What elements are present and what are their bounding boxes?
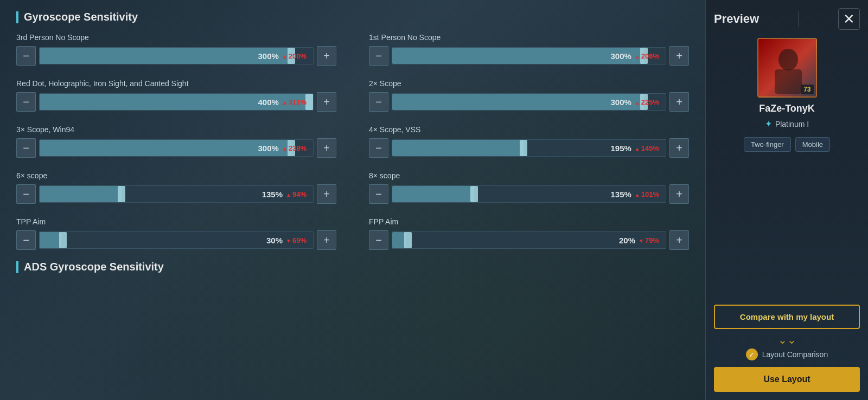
plus-btn-red-dot[interactable]: + <box>317 92 336 112</box>
svg-point-1 <box>778 49 798 70</box>
tag-device: Mobile <box>795 137 830 152</box>
value-compare-2x-scope: 225% <box>635 98 659 106</box>
plus-btn-2x-scope[interactable]: + <box>669 92 689 112</box>
plus-btn-8x-scope[interactable]: + <box>669 184 689 204</box>
value-compare-1st-no-scope: 206% <box>635 52 659 60</box>
value-current-3x-scope: 300% <box>258 144 278 153</box>
plus-btn-3rd-no-scope[interactable]: + <box>317 46 336 66</box>
label-fpp-aim: FPP Aim <box>369 217 689 226</box>
preview-title: Preview <box>714 12 759 26</box>
minus-btn-6x-scope[interactable]: − <box>16 184 36 204</box>
plus-btn-6x-scope[interactable]: + <box>317 184 336 204</box>
label-tpp-aim: TPP Aim <box>16 217 336 226</box>
rank-icon: ✦ <box>765 119 772 129</box>
setting-3rd-no-scope: 3rd Person No Scope − 300% 200% + <box>16 33 336 66</box>
chevron-down-icon: ⌄⌄ <box>714 333 860 346</box>
setting-tpp-aim: TPP Aim − 30% 69% + <box>16 217 336 250</box>
setting-6x-scope: 6× scope − 135% 94% + <box>16 171 336 204</box>
ads-section-header: ADS Gyroscope Sensitivity <box>16 261 689 273</box>
value-current-4x-scope: 195% <box>610 144 631 153</box>
value-compare-4x-scope: 145% <box>635 144 659 152</box>
minus-btn-3rd-no-scope[interactable]: − <box>16 46 36 66</box>
setting-2x-scope: 2× Scope − 300% 225% + <box>369 79 689 112</box>
value-current-1st-no-scope: 300% <box>610 51 631 61</box>
settings-grid: 3rd Person No Scope − 300% 200% + <box>16 33 689 253</box>
minus-btn-fpp-aim[interactable]: − <box>369 230 388 250</box>
value-compare-8x-scope: 101% <box>635 190 659 198</box>
layout-comparison-check-icon: ✓ <box>746 349 758 360</box>
minus-btn-4x-scope[interactable]: − <box>369 138 388 158</box>
plus-btn-fpp-aim[interactable]: + <box>669 230 689 250</box>
plus-btn-1st-no-scope[interactable]: + <box>669 46 689 66</box>
sidebar: Preview ✕ 👑 73 FaZe-TonyK ✦ Platinum I <box>705 0 868 400</box>
setting-fpp-aim: FPP Aim − 20% 79% + <box>369 217 689 250</box>
plus-btn-3x-scope[interactable]: + <box>317 138 336 158</box>
avatar-level-badge: 73 <box>801 85 813 94</box>
label-4x-scope: 4× Scope, VSS <box>369 125 689 134</box>
header-divider <box>799 11 799 27</box>
setting-1st-no-scope: 1st Person No Scope − 300% 206% + <box>369 33 689 66</box>
slider-track-6x-scope[interactable]: 135% 94% <box>39 185 314 203</box>
layout-comparison-label: Layout Comparison <box>762 350 828 359</box>
label-red-dot: Red Dot, Holographic, Iron Sight, and Ca… <box>16 79 336 88</box>
minus-btn-3x-scope[interactable]: − <box>16 138 36 158</box>
slider-track-3rd-no-scope[interactable]: 300% 200% <box>39 47 314 64</box>
layout-comparison-row: ✓ Layout Comparison <box>746 349 828 360</box>
rank-label: Platinum I <box>775 120 809 128</box>
value-compare-3rd-no-scope: 200% <box>282 52 307 60</box>
slider-track-3x-scope[interactable]: 300% 238% <box>39 139 314 157</box>
use-layout-button[interactable]: Use Layout <box>714 367 860 392</box>
slider-track-4x-scope[interactable]: 195% 145% <box>392 139 666 157</box>
plus-btn-tpp-aim[interactable]: + <box>317 230 336 250</box>
label-3x-scope: 3× Scope, Win94 <box>16 125 336 134</box>
value-compare-fpp-aim: 79% <box>639 236 659 244</box>
setting-red-dot: Red Dot, Holographic, Iron Sight, and Ca… <box>16 79 336 112</box>
label-3rd-no-scope: 3rd Person No Scope <box>16 33 336 42</box>
minus-btn-tpp-aim[interactable]: − <box>16 230 36 250</box>
section-title-gyroscope: Gyroscope Sensitivity <box>16 11 689 23</box>
value-compare-red-dot: 311% <box>282 98 307 106</box>
label-8x-scope: 8× scope <box>369 171 689 180</box>
value-current-6x-scope: 135% <box>262 190 283 199</box>
compare-with-my-layout-button[interactable]: Compare with my layout <box>714 305 860 329</box>
value-current-8x-scope: 135% <box>610 190 631 199</box>
player-rank: ✦ Platinum I <box>765 119 809 129</box>
value-compare-3x-scope: 238% <box>282 144 307 152</box>
label-6x-scope: 6× scope <box>16 171 336 180</box>
svg-rect-2 <box>775 69 802 94</box>
tag-finger: Two-finger <box>744 137 791 152</box>
minus-btn-8x-scope[interactable]: − <box>369 184 388 204</box>
plus-btn-4x-scope[interactable]: + <box>669 138 689 158</box>
minus-btn-1st-no-scope[interactable]: − <box>369 46 388 66</box>
slider-track-2x-scope[interactable]: 300% 225% <box>392 93 666 111</box>
value-compare-6x-scope: 94% <box>286 190 307 198</box>
close-button[interactable]: ✕ <box>838 8 860 30</box>
setting-4x-scope: 4× Scope, VSS − 195% 145% + <box>369 125 689 158</box>
slider-track-tpp-aim[interactable]: 30% 69% <box>39 231 314 249</box>
main-content: Gyroscope Sensitivity 3rd Person No Scop… <box>0 0 705 400</box>
value-compare-tpp-aim: 69% <box>286 236 307 244</box>
slider-track-8x-scope[interactable]: 135% 101% <box>392 185 666 203</box>
value-current-red-dot: 400% <box>258 98 278 107</box>
value-current-tpp-aim: 30% <box>266 236 283 245</box>
slider-track-1st-no-scope[interactable]: 300% 206% <box>392 47 666 64</box>
label-1st-no-scope: 1st Person No Scope <box>369 33 689 42</box>
player-avatar: 👑 73 <box>757 38 817 98</box>
slider-track-red-dot[interactable]: 400% 311% <box>39 93 314 111</box>
value-current-3rd-no-scope: 300% <box>258 51 278 61</box>
minus-btn-2x-scope[interactable]: − <box>369 92 388 112</box>
gyroscope-section: Gyroscope Sensitivity 3rd Person No Scop… <box>16 11 689 253</box>
section-title-ads: ADS Gyroscope Sensitivity <box>16 261 689 273</box>
label-2x-scope: 2× Scope <box>369 79 689 88</box>
slider-track-fpp-aim[interactable]: 20% 79% <box>392 231 666 249</box>
preview-header: Preview ✕ <box>714 8 860 30</box>
value-current-fpp-aim: 20% <box>619 236 635 245</box>
player-name: FaZe-TonyK <box>759 103 815 114</box>
tag-row: Two-finger Mobile <box>744 137 830 152</box>
setting-8x-scope: 8× scope − 135% 101% + <box>369 171 689 204</box>
setting-3x-scope: 3× Scope, Win94 − 300% 238% + <box>16 125 336 158</box>
value-current-2x-scope: 300% <box>610 98 631 107</box>
minus-btn-red-dot[interactable]: − <box>16 92 36 112</box>
